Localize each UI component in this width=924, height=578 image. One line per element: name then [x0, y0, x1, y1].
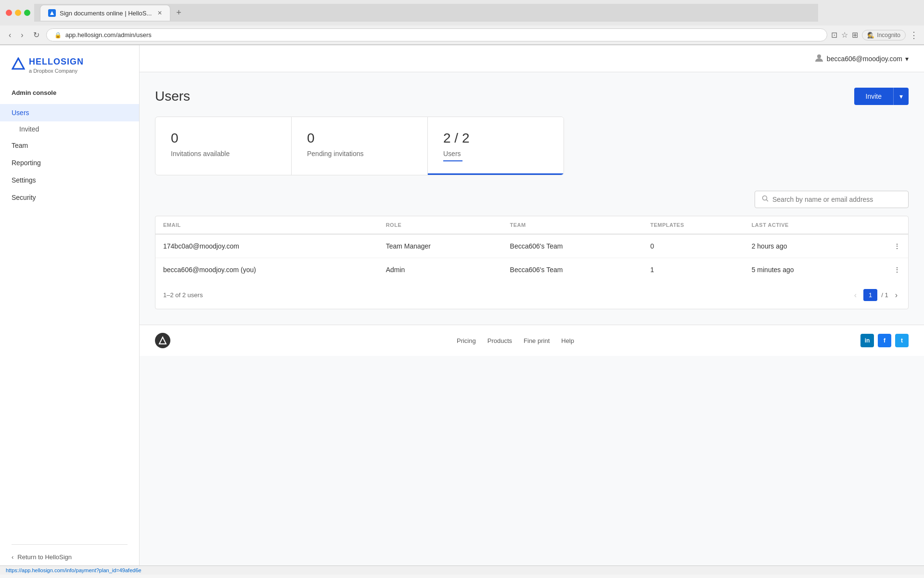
- user-avatar-icon: [814, 53, 824, 64]
- footer-link-pricing[interactable]: Pricing: [457, 337, 476, 344]
- app-container: HELLOSIGN a Dropbox Company Admin consol…: [0, 45, 924, 565]
- tab-title: Sign documents online | HelloS...: [60, 10, 152, 17]
- sidebar: HELLOSIGN a Dropbox Company Admin consol…: [0, 45, 140, 565]
- col-last-active: LAST ACTIVE: [744, 216, 863, 234]
- svg-point-2: [817, 54, 821, 58]
- page-title-row: Users Invite ▾: [155, 88, 909, 105]
- settings-label: Settings: [12, 176, 36, 184]
- reporting-label: Reporting: [12, 159, 41, 167]
- col-actions: [862, 216, 908, 234]
- dropdown-arrow: ▾: [905, 55, 909, 63]
- pagination-row: 1–2 of 2 users ‹ 1 / 1 ›: [155, 281, 908, 309]
- stat-number-invitations: 0: [171, 131, 276, 146]
- maximize-button[interactable]: [24, 10, 30, 16]
- stat-invitations-available[interactable]: 0 Invitations available: [155, 117, 292, 175]
- chevron-left-icon: ‹: [12, 553, 13, 561]
- refresh-button[interactable]: ↻: [30, 29, 42, 40]
- address-bar: ‹ › ↻ 🔒 app.hellosign.com/admin/users ⊡ …: [0, 26, 924, 45]
- admin-console-label: Admin console: [0, 81, 139, 100]
- star-icon[interactable]: ☆: [841, 30, 848, 39]
- status-url: https://app.hellosign.com/info/payment?p…: [6, 567, 141, 573]
- team-label: Team: [12, 142, 28, 149]
- table-row: 174bc0a0@moodjoy.com Team Manager Becca6…: [155, 234, 908, 258]
- linkedin-button[interactable]: in: [860, 334, 874, 347]
- col-email: EMAIL: [155, 216, 378, 234]
- cell-team-1: Becca606's Team: [502, 258, 643, 282]
- user-menu[interactable]: becca606@moodjoy.com ▾: [814, 53, 909, 64]
- footer-link-fineprint[interactable]: Fine print: [524, 337, 550, 344]
- sidebar-item-users[interactable]: Users: [0, 104, 139, 121]
- svg-marker-1: [13, 58, 24, 69]
- cell-team-0: Becca606's Team: [502, 234, 643, 258]
- back-button[interactable]: ‹: [6, 30, 14, 40]
- stat-number-pending: 0: [307, 131, 412, 146]
- browser-chrome: Sign documents online | HelloS... ✕ + ‹ …: [0, 0, 924, 45]
- search-input[interactable]: [772, 196, 901, 203]
- page-title: Users: [155, 89, 190, 104]
- users-label: Users: [12, 109, 29, 117]
- footer-link-help[interactable]: Help: [561, 337, 574, 344]
- search-input-wrap[interactable]: [755, 191, 909, 208]
- users-table-element: EMAIL ROLE TEAM TEMPLATES LAST ACTIVE 17…: [155, 216, 908, 281]
- sidebar-item-invited[interactable]: Invited: [0, 121, 139, 137]
- url-bar[interactable]: 🔒 app.hellosign.com/admin/users: [46, 28, 828, 41]
- toolbar-right: ⊡ ☆ ⊞ 🕵 Incognito ⋮: [831, 30, 918, 40]
- sidebar-item-security[interactable]: Security: [0, 189, 139, 206]
- logo-subtitle: a Dropbox Company: [29, 68, 84, 74]
- stat-label-users: Users: [443, 150, 548, 158]
- stat-active-underline: [443, 160, 462, 161]
- sidebar-item-settings[interactable]: Settings: [0, 171, 139, 189]
- row-actions-0[interactable]: ⋮: [862, 234, 908, 258]
- invite-btn-group: Invite ▾: [854, 88, 909, 105]
- pagination-controls: ‹ 1 / 1 ›: [851, 289, 900, 301]
- svg-marker-0: [50, 11, 54, 15]
- cell-last-active-0: 2 hours ago: [744, 234, 863, 258]
- pagination-info: 1–2 of 2 users: [163, 291, 203, 299]
- facebook-button[interactable]: f: [878, 334, 891, 347]
- cell-email-1: becca606@moodjoy.com (you): [155, 258, 378, 282]
- menu-icon[interactable]: ⋮: [910, 30, 918, 40]
- app-footer: Pricing Products Fine print Help in f t: [140, 325, 924, 356]
- sidebar-item-team[interactable]: Team: [0, 137, 139, 154]
- logo-text: HELLOSIGN: [29, 57, 84, 67]
- stat-number-users: 2 / 2: [443, 131, 548, 146]
- footer-link-products[interactable]: Products: [488, 337, 512, 344]
- user-email: becca606@moodjoy.com: [827, 55, 902, 63]
- security-label: Security: [12, 194, 36, 201]
- footer-logo: [155, 333, 170, 348]
- users-table: EMAIL ROLE TEAM TEMPLATES LAST ACTIVE 17…: [155, 216, 909, 309]
- logo-icon: [12, 57, 25, 74]
- minimize-button[interactable]: [15, 10, 21, 16]
- stat-label-pending: Pending invitations: [307, 150, 412, 158]
- tab-bar: Sign documents online | HelloS... ✕ +: [34, 4, 818, 22]
- row-actions-1[interactable]: ⋮: [862, 258, 908, 282]
- title-bar: Sign documents online | HelloS... ✕ +: [0, 0, 924, 26]
- stat-label-invitations: Invitations available: [171, 150, 276, 158]
- sidebar-item-reporting[interactable]: Reporting: [0, 154, 139, 171]
- next-page-button[interactable]: ›: [892, 290, 900, 301]
- col-team: TEAM: [502, 216, 643, 234]
- search-icon: [762, 195, 769, 204]
- incognito-label: Incognito: [877, 32, 900, 39]
- page-content: Users Invite ▾ 0 Invitations available 0…: [140, 72, 924, 325]
- new-tab-button[interactable]: +: [172, 4, 185, 22]
- tab-close-button[interactable]: ✕: [157, 10, 162, 16]
- stat-pending-invitations[interactable]: 0 Pending invitations: [292, 117, 428, 175]
- return-label: Return to HelloSign: [17, 553, 72, 561]
- return-to-hellosign-link[interactable]: ‹ Return to HelloSign: [0, 549, 139, 565]
- prev-page-button[interactable]: ‹: [851, 290, 860, 301]
- forward-button[interactable]: ›: [18, 30, 26, 40]
- main-content: becca606@moodjoy.com ▾ Users Invite ▾ 0 …: [140, 45, 924, 565]
- url-text: app.hellosign.com/admin/users: [65, 31, 152, 39]
- active-tab[interactable]: Sign documents online | HelloS... ✕: [40, 5, 170, 21]
- lock-icon: 🔒: [54, 32, 62, 39]
- page-1-button[interactable]: 1: [863, 289, 877, 301]
- cell-role-0: Team Manager: [378, 234, 502, 258]
- invite-dropdown-button[interactable]: ▾: [893, 88, 909, 105]
- invite-button[interactable]: Invite: [854, 88, 893, 105]
- twitter-button[interactable]: t: [895, 334, 909, 347]
- sidebar-nav: Users Invited Team Reporting Settings Se…: [0, 100, 139, 540]
- grid-icon[interactable]: ⊞: [852, 30, 858, 39]
- close-button[interactable]: [6, 10, 12, 16]
- stat-users[interactable]: 2 / 2 Users: [428, 117, 564, 175]
